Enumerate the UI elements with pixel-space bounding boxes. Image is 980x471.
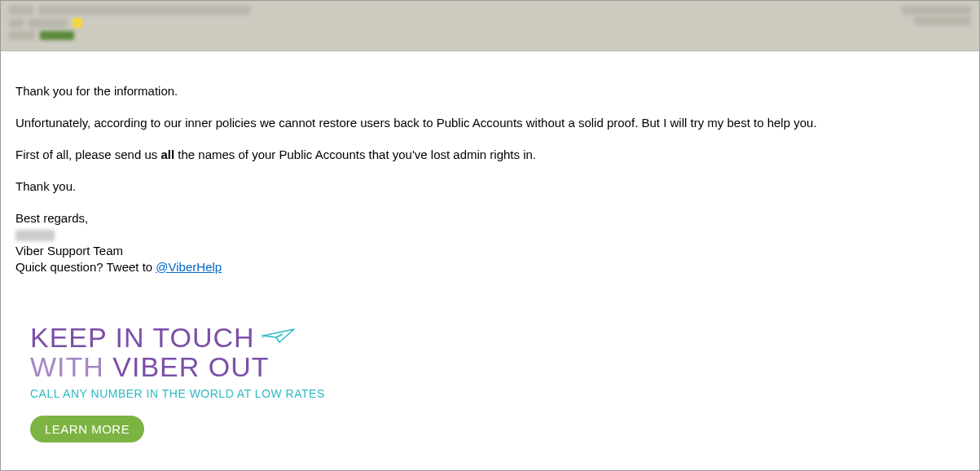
tweet-link[interactable]: @ViberHelp — [156, 260, 222, 274]
body-paragraph: Thank you. — [15, 178, 965, 195]
header-blur — [914, 16, 971, 25]
header-blur — [9, 19, 24, 28]
paper-plane-icon — [261, 322, 297, 351]
body-paragraph: Thank you for the information. — [15, 82, 965, 99]
header-blur — [38, 6, 250, 15]
header-blur — [29, 19, 68, 28]
promo-headline: KEEP IN TOUCH WITH VIBER OUT — [30, 324, 965, 381]
header-blur — [9, 31, 35, 40]
email-header — [1, 1, 979, 51]
promo-line2b: VIBER OUT — [112, 351, 269, 382]
header-meta-right — [902, 6, 971, 25]
body-paragraph: First of all, please send us all the nam… — [15, 146, 965, 163]
email-body: Thank you for the information. Unfortuna… — [1, 51, 979, 457]
promo-line1: KEEP IN TOUCH — [30, 322, 255, 353]
status-dot-icon — [73, 18, 82, 28]
bold-text: all — [160, 147, 174, 161]
text-span: Quick question? Tweet to — [15, 260, 156, 274]
regards-line: Best regards, — [15, 209, 965, 227]
text-span: the names of your Public Accounts that y… — [174, 147, 536, 161]
promo-line2a: WITH — [30, 351, 112, 382]
header-meta-left — [9, 6, 250, 40]
signature-team: Viber Support Team — [15, 243, 965, 259]
tweet-line: Quick question? Tweet to @ViberHelp — [15, 259, 965, 275]
header-blur — [902, 6, 971, 15]
signature-name-blur — [15, 230, 55, 241]
header-blur-green — [40, 31, 74, 40]
body-paragraph: Unfortunately, according to our inner po… — [15, 114, 965, 131]
header-blur — [9, 6, 33, 15]
text-span: First of all, please send us — [15, 147, 160, 161]
viber-out-promo: KEEP IN TOUCH WITH VIBER OUT CALL ANY NU… — [30, 324, 965, 442]
promo-subtitle: CALL ANY NUMBER IN THE WORLD AT LOW RATE… — [30, 386, 965, 403]
learn-more-button[interactable]: LEARN MORE — [30, 416, 144, 442]
